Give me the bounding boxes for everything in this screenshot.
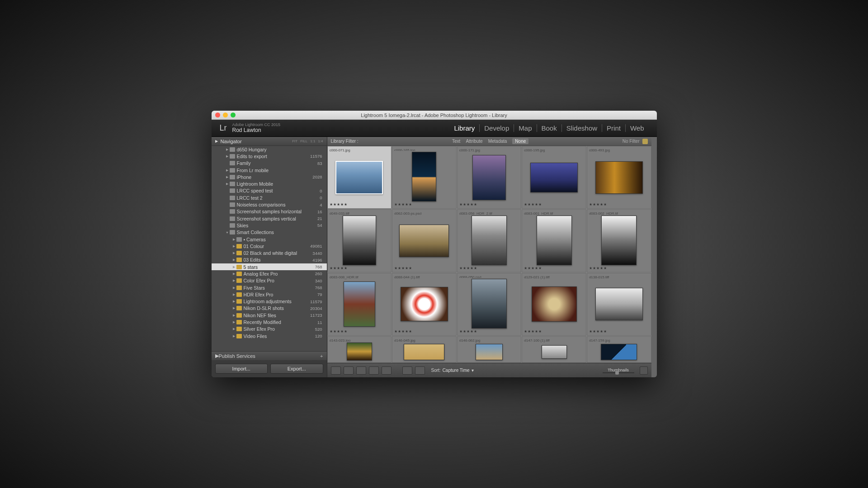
collection-row[interactable]: Screenshot samples horizontal16 xyxy=(212,208,327,215)
filter-none[interactable]: None xyxy=(512,138,528,144)
filter-metadata[interactable]: Metadata xyxy=(488,139,507,144)
collection-row[interactable]: ▶Nikon D-SLR shots20304 xyxy=(212,305,327,312)
collection-row[interactable]: ▶03 Edits4196 xyxy=(212,257,327,263)
collection-row[interactable]: ▶Five Stars768 xyxy=(212,284,327,291)
collection-row[interactable]: ▶Color Efex Pro340 xyxy=(212,277,327,284)
rating-stars[interactable]: ★★★★★ xyxy=(330,202,390,206)
module-slideshow[interactable]: Slideshow xyxy=(562,124,602,132)
rating-stars[interactable]: ★★★★★ xyxy=(394,266,454,270)
publish-header[interactable]: ▶ Publish Services + xyxy=(212,351,327,360)
filter-text[interactable]: Text xyxy=(452,139,460,144)
module-web[interactable]: Web xyxy=(626,124,649,132)
rating-stars[interactable]: ★★★★★ xyxy=(589,266,649,270)
module-print[interactable]: Print xyxy=(602,124,626,132)
people-view-button[interactable] xyxy=(382,366,392,375)
collection-row[interactable]: ▶Silver Efex Pro520 xyxy=(212,326,327,333)
folder-icon xyxy=(236,272,242,276)
collection-row[interactable]: ▶From Lr mobile xyxy=(212,167,327,174)
collection-row[interactable]: ▶Nikon NEF files11723 xyxy=(212,312,327,319)
collection-row[interactable]: ▶HDR Efex Pro79 xyxy=(212,291,327,298)
survey-view-button[interactable] xyxy=(369,366,379,375)
loupe-view-button[interactable] xyxy=(344,366,354,375)
rating-stars[interactable]: ★★★★★ xyxy=(330,266,390,270)
thumbnail-cell[interactable]: d138-015.tiff★★★★★ xyxy=(587,273,651,336)
collection-row[interactable]: ▶Recently Modified11 xyxy=(212,319,327,325)
rating-stars[interactable]: ★★★★★ xyxy=(459,266,519,270)
collection-row[interactable]: Skies54 xyxy=(212,222,327,229)
lock-icon[interactable] xyxy=(642,139,648,144)
rating-stars[interactable]: ★★★★★ xyxy=(589,329,649,333)
collection-row[interactable]: ▶02 Black and white digital3440 xyxy=(212,249,327,256)
thumbnail-cell[interactable]: d129-021 (1).tiff★★★★★ xyxy=(522,273,586,336)
thumbnail-cell[interactable]: d049-033.tiff★★★★★ xyxy=(327,209,392,272)
collection-row[interactable]: Noiseless comparisons4 xyxy=(212,201,327,208)
rating-stars[interactable]: ★★★★★ xyxy=(330,329,390,333)
thumbnail-size-slider[interactable] xyxy=(603,372,634,373)
sort-control[interactable]: Sort: Capture Time ▾ xyxy=(431,368,474,373)
thumbnail-cell[interactable]: d083-001_HDR.tif★★★★★ xyxy=(522,209,586,272)
collection-row[interactable]: ▶Edits to export11576 xyxy=(212,153,327,160)
rating-stars[interactable]: ★★★★★ xyxy=(459,329,519,333)
collection-row[interactable]: LRCC test 20 xyxy=(212,194,327,201)
module-develop[interactable]: Develop xyxy=(480,124,514,132)
thumbnail-cell[interactable]: d143-023.jpg xyxy=(327,336,392,363)
collection-row[interactable]: ▼Smart Collections xyxy=(212,229,327,236)
module-library[interactable]: Library xyxy=(449,124,480,132)
module-map[interactable]: Map xyxy=(514,124,537,132)
right-panel-collapsed[interactable] xyxy=(651,137,657,377)
thumbnail-cell[interactable]: d083-008_HDR.tif★★★★★ xyxy=(327,273,392,336)
rating-stars[interactable]: ★★★★★ xyxy=(459,202,519,206)
painter-button[interactable] xyxy=(402,366,412,375)
grid-view-button[interactable] xyxy=(331,366,341,375)
rating-stars[interactable]: ★★★★★ xyxy=(394,329,454,333)
collection-row[interactable]: Family83 xyxy=(212,160,327,167)
thumbnail-cell[interactable]: d147-100 (1).tiff xyxy=(522,336,586,363)
add-icon[interactable]: + xyxy=(320,353,323,359)
thumbnail-cell[interactable]: d088-050.psd★★★★★ xyxy=(457,273,522,336)
module-book[interactable]: Book xyxy=(537,124,562,132)
collection-row[interactable]: ▶iPhone2028 xyxy=(212,174,327,180)
export-button[interactable]: Export... xyxy=(270,364,323,374)
rating-stars[interactable]: ★★★★★ xyxy=(394,202,454,206)
thumbnail-cell[interactable]: c000-493.jpg★★★★★ xyxy=(587,146,651,209)
nav-zoom-fill[interactable]: FILL xyxy=(300,139,307,143)
sort-direction-button[interactable] xyxy=(415,366,425,375)
thumbnail-cell[interactable]: c000-171.jpg★★★★★ xyxy=(457,146,522,209)
collection-row[interactable]: ▶Lightroom adjustments11579 xyxy=(212,298,327,305)
collection-row[interactable]: ▶01 Colour49081 xyxy=(212,243,327,249)
collection-row[interactable]: ▶• Cameras xyxy=(212,236,327,243)
import-button[interactable]: Import... xyxy=(215,364,268,374)
collection-label: Screenshot samples vertical xyxy=(237,216,317,221)
collection-row[interactable]: ▶Video Files120 xyxy=(212,333,327,339)
collection-row[interactable]: ▶Lightroom Mobile xyxy=(212,180,327,187)
thumbnail-cell[interactable]: d146-062.jpg xyxy=(457,336,522,363)
navigator-header[interactable]: ▶ Navigator FITFILL1:11:4 xyxy=(212,137,327,146)
thumbnail-cell[interactable]: c000-071.jpg★★★★★ xyxy=(327,146,392,209)
thumbnail-cell[interactable]: d146-045.jpg xyxy=(392,336,457,363)
thumbnail-cell[interactable]: c000-195.jpg★★★★★ xyxy=(522,146,586,209)
thumbnail-cell[interactable]: d083-058_HDR_2.tif★★★★★ xyxy=(457,209,522,272)
thumbnail-cell[interactable]: d147-159.jpg xyxy=(587,336,651,363)
thumbnail-cell[interactable]: c000-165.jpg★★★★★ xyxy=(392,146,457,209)
collection-row[interactable]: ▶Analog Efex Pro260 xyxy=(212,270,327,277)
rating-stars[interactable]: ★★★★★ xyxy=(524,266,584,270)
filter-preset[interactable]: No Filter xyxy=(623,139,640,144)
thumbnail-cell[interactable]: d088-044 (1).tiff★★★★★ xyxy=(392,273,457,336)
thumbnail-cell[interactable]: d062-003-ps.psd★★★★★ xyxy=(392,209,457,272)
nav-zoom-1:4[interactable]: 1:4 xyxy=(318,139,323,143)
collection-row[interactable]: LRCC speed test0 xyxy=(212,188,327,194)
thumbnail-grid[interactable]: c000-071.jpg★★★★★c000-165.jpg★★★★★c000-1… xyxy=(327,146,651,363)
nav-zoom-1:1[interactable]: 1:1 xyxy=(310,139,315,143)
compare-view-button[interactable] xyxy=(356,366,366,375)
rating-stars[interactable]: ★★★★★ xyxy=(524,329,584,333)
rating-stars[interactable]: ★★★★★ xyxy=(524,202,584,206)
filter-attribute[interactable]: Attribute xyxy=(466,139,482,144)
collection-row[interactable]: Screenshot samples vertical21 xyxy=(212,215,327,222)
nav-zoom-fit[interactable]: FIT xyxy=(292,139,297,143)
thumbnails-label: Thumbnails xyxy=(600,368,637,373)
collection-row[interactable]: ▶d650 Hungary xyxy=(212,146,327,153)
collection-row[interactable]: ▶5 stars768 xyxy=(212,263,327,270)
thumbnail-cell[interactable]: d083-002_HDR.tif★★★★★ xyxy=(587,209,651,272)
toolbar-options-button[interactable] xyxy=(640,366,648,375)
rating-stars[interactable]: ★★★★★ xyxy=(589,202,649,206)
